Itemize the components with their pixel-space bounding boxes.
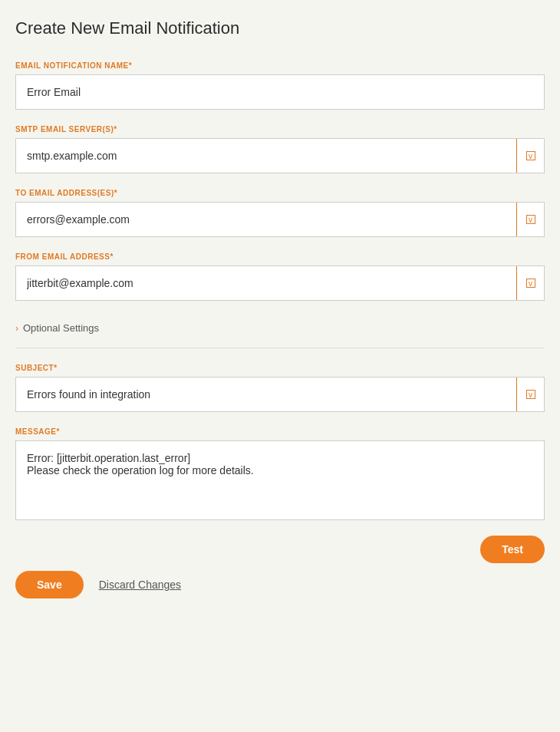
subject-chevron-icon: v	[526, 390, 535, 399]
smtp-server-label: SMTP EMAIL SERVER(S)*	[15, 125, 545, 134]
subject-chevron-button[interactable]: v	[516, 378, 544, 411]
from-email-chevron-button[interactable]: v	[516, 266, 544, 300]
from-email-input-wrapper: v	[15, 265, 545, 301]
from-email-section: FROM EMAIL ADDRESS* v	[15, 252, 545, 301]
to-email-input[interactable]	[16, 203, 544, 236]
email-notification-name-input[interactable]	[16, 75, 544, 109]
bottom-actions: Save Discard Changes	[15, 571, 545, 598]
optional-settings-chevron-icon: ›	[15, 323, 18, 334]
message-label: MESSAGE*	[15, 427, 545, 436]
smtp-server-section: SMTP EMAIL SERVER(S)* v	[15, 125, 545, 173]
subject-input[interactable]	[16, 378, 544, 411]
email-notification-name-label: EMAIL NOTIFICATION NAME*	[15, 61, 545, 70]
message-textarea-wrapper: Error: [jitterbit.operation.last_error] …	[15, 440, 545, 520]
subject-label: SUBJECT*	[15, 364, 545, 372]
discard-button[interactable]: Discard Changes	[99, 579, 181, 591]
message-textarea[interactable]: Error: [jitterbit.operation.last_error] …	[27, 452, 533, 506]
from-email-chevron-icon: v	[526, 279, 535, 288]
to-email-label: TO EMAIL ADDRESS(ES)*	[15, 189, 545, 197]
page-title: Create New Email Notification	[15, 18, 545, 38]
subject-section: SUBJECT* v	[15, 364, 545, 412]
optional-settings-toggle[interactable]: › Optional Settings	[15, 316, 545, 340]
smtp-server-input[interactable]	[16, 139, 544, 173]
message-section: MESSAGE* Error: [jitterbit.operation.las…	[15, 427, 545, 520]
from-email-input[interactable]	[16, 266, 544, 300]
smtp-server-chevron-button[interactable]: v	[516, 139, 544, 173]
to-email-input-wrapper: v	[15, 202, 545, 237]
from-email-label: FROM EMAIL ADDRESS*	[15, 252, 545, 261]
smtp-server-chevron-icon: v	[526, 151, 535, 160]
smtp-server-input-wrapper: v	[15, 138, 545, 173]
test-button[interactable]: Test	[480, 536, 545, 563]
test-button-row: Test	[15, 536, 545, 563]
to-email-chevron-icon: v	[526, 215, 535, 224]
to-email-chevron-button[interactable]: v	[516, 203, 544, 236]
to-email-section: TO EMAIL ADDRESS(ES)* v	[15, 189, 545, 237]
email-notification-name-input-wrapper	[15, 74, 545, 110]
email-notification-name-section: EMAIL NOTIFICATION NAME*	[15, 61, 545, 110]
save-button[interactable]: Save	[15, 571, 84, 598]
section-divider	[15, 348, 545, 348]
optional-settings-label: Optional Settings	[23, 322, 99, 334]
subject-input-wrapper: v	[15, 377, 545, 412]
